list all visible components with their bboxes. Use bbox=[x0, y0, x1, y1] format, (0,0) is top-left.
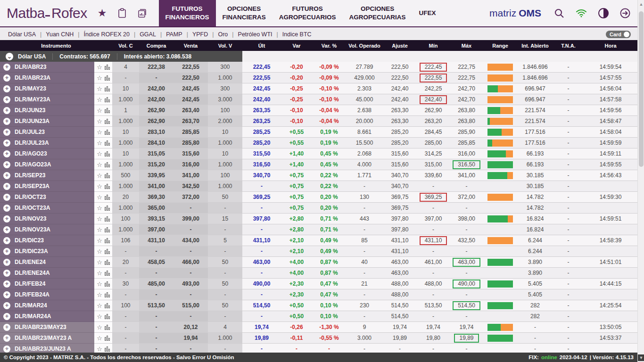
group-summary[interactable]: ⌄ Dólar USA Contratos: 565.697 Interés a… bbox=[0, 51, 242, 62]
favorite-star-icon[interactable]: ☆ bbox=[97, 259, 102, 265]
scroll-up-arrow[interactable]: ▲ bbox=[638, 1, 644, 8]
expand-row-icon[interactable]: + bbox=[3, 335, 10, 342]
favorites-icon[interactable]: ★ bbox=[98, 8, 107, 18]
col-header-m-x[interactable]: Máx bbox=[450, 43, 483, 49]
instrument-cell[interactable]: +DLR/ENE24A bbox=[0, 268, 94, 279]
favorite-star-icon[interactable]: ☆ bbox=[97, 335, 102, 341]
open-chart-icon[interactable] bbox=[105, 336, 110, 341]
expand-row-icon[interactable]: + bbox=[3, 226, 10, 233]
open-chart-icon[interactable] bbox=[105, 65, 110, 70]
col-header-hora[interactable]: Hora bbox=[584, 43, 637, 49]
expand-row-icon[interactable]: + bbox=[3, 118, 10, 125]
favorite-star-icon[interactable]: ☆ bbox=[97, 162, 102, 168]
open-chart-icon[interactable] bbox=[105, 314, 110, 319]
card-toggle-knob[interactable] bbox=[624, 32, 629, 37]
instrument-tab-ndice-rofex-20[interactable]: Índice ROFEX 20 bbox=[80, 31, 134, 38]
col-header-vol-operado[interactable]: Vol. Operado bbox=[346, 43, 383, 49]
instrument-cell[interactable]: +DLR/NOV23 bbox=[0, 214, 94, 224]
col-header-lt[interactable]: Últ bbox=[242, 43, 281, 49]
open-chart-icon[interactable] bbox=[105, 271, 110, 276]
open-chart-icon[interactable] bbox=[105, 206, 110, 211]
expand-row-icon[interactable]: + bbox=[3, 107, 10, 114]
favorite-star-icon[interactable]: ☆ bbox=[97, 281, 102, 287]
favorite-star-icon[interactable]: ☆ bbox=[97, 140, 102, 146]
favorite-star-icon[interactable]: ☆ bbox=[97, 173, 102, 179]
instrument-cell[interactable]: +DLR/JUN23 bbox=[0, 105, 94, 116]
instrument-tab-ggal[interactable]: GGAL bbox=[135, 31, 160, 38]
expand-row-icon[interactable]: + bbox=[3, 237, 10, 244]
open-chart-icon[interactable] bbox=[105, 292, 110, 297]
instrument-tab-petr-leo-wti[interactable]: Petróleo WTI bbox=[234, 31, 277, 38]
expand-row-icon[interactable]: + bbox=[3, 270, 10, 277]
instrument-cell[interactable]: +DLR/AGO23A bbox=[0, 159, 94, 170]
open-chart-icon[interactable] bbox=[105, 216, 110, 222]
instrument-cell[interactable]: +DLR/AGO23 bbox=[0, 148, 94, 159]
instrument-tab-ypfd[interactable]: YPFD bbox=[188, 31, 212, 38]
instrument-cell[interactable]: +DLR/JUN23A bbox=[0, 116, 94, 127]
favorite-star-icon[interactable]: ☆ bbox=[97, 270, 102, 276]
instrument-cell[interactable]: +DLR/NOV23A bbox=[0, 224, 94, 235]
expand-row-icon[interactable]: + bbox=[3, 172, 10, 179]
nav-tab-ufex[interactable]: UFEX bbox=[413, 0, 443, 26]
col-header-range[interactable]: Range bbox=[483, 43, 517, 49]
instrument-cell[interactable]: +DLR/OCT23A bbox=[0, 203, 94, 214]
col-header-vol-v[interactable]: Vol. V bbox=[208, 43, 242, 49]
expand-row-icon[interactable]: + bbox=[3, 129, 10, 136]
open-chart-icon[interactable] bbox=[105, 346, 110, 352]
instrument-tab-pamp[interactable]: PAMP bbox=[162, 31, 187, 38]
card-view-toggle[interactable]: Card bbox=[606, 31, 631, 38]
favorite-star-icon[interactable]: ☆ bbox=[97, 324, 102, 330]
instrument-tab-d-lar-usa[interactable]: Dólar USA bbox=[4, 31, 40, 38]
expand-row-icon[interactable]: + bbox=[3, 85, 10, 92]
open-chart-icon[interactable] bbox=[105, 97, 110, 102]
instrument-tab-oro[interactable]: Oro bbox=[214, 31, 232, 38]
col-header-int-abierto[interactable]: Int. Abierto bbox=[517, 43, 553, 49]
expand-row-icon[interactable]: + bbox=[3, 183, 10, 190]
col-header-t-n-a[interactable]: T.N.A. bbox=[553, 43, 584, 49]
open-chart-icon[interactable] bbox=[105, 227, 110, 232]
favorite-star-icon[interactable]: ☆ bbox=[97, 97, 102, 103]
instrument-tab-yuan-cnh[interactable]: Yuan CNH bbox=[41, 31, 78, 38]
instrument-cell[interactable]: +DLR/ABR23/MAY23 bbox=[0, 322, 94, 333]
favorite-star-icon[interactable]: ☆ bbox=[97, 248, 102, 255]
nav-tab-opciones-financieras[interactable]: OPCIONESFINANCIERAS bbox=[216, 0, 272, 26]
expand-row-icon[interactable]: + bbox=[3, 96, 10, 103]
favorite-star-icon[interactable]: ☆ bbox=[97, 107, 102, 114]
instrument-cell[interactable]: +DLR/JUL23A bbox=[0, 138, 94, 148]
nav-tab-futuros-agropecuarios[interactable]: FUTUROSAGROPECUARIOS bbox=[272, 0, 343, 26]
favorite-star-icon[interactable]: ☆ bbox=[97, 194, 102, 200]
open-chart-icon[interactable] bbox=[105, 249, 110, 254]
connection-wifi-icon[interactable] bbox=[575, 8, 587, 18]
instrument-cell[interactable]: +DLR/MAR24 bbox=[0, 300, 94, 311]
expand-row-icon[interactable]: + bbox=[3, 259, 10, 266]
instrument-tab-indice-btc[interactable]: Indice BTC bbox=[278, 31, 316, 38]
scroll-down-arrow[interactable]: ▼ bbox=[638, 354, 644, 361]
instrument-cell[interactable]: +DLR/DIC23 bbox=[0, 235, 94, 246]
col-header-venta[interactable]: Venta bbox=[173, 43, 208, 49]
favorite-star-icon[interactable]: ☆ bbox=[97, 64, 102, 70]
open-chart-icon[interactable] bbox=[105, 75, 110, 81]
vertical-scrollbar[interactable]: ▲ ▼ bbox=[637, 0, 644, 362]
open-chart-icon[interactable] bbox=[105, 325, 110, 330]
clipboard-icon[interactable] bbox=[117, 8, 127, 18]
expand-row-icon[interactable]: + bbox=[3, 205, 10, 212]
expand-row-icon[interactable]: + bbox=[3, 248, 10, 255]
expand-row-icon[interactable]: + bbox=[3, 74, 10, 82]
favorite-star-icon[interactable]: ☆ bbox=[97, 227, 102, 233]
favorite-star-icon[interactable]: ☆ bbox=[97, 292, 102, 298]
open-chart-icon[interactable] bbox=[105, 238, 110, 243]
instrument-cell[interactable]: +DLR/DIC23A bbox=[0, 246, 94, 257]
open-chart-icon[interactable] bbox=[105, 151, 110, 156]
instrument-cell[interactable]: +DLR/SEP23A bbox=[0, 181, 94, 192]
instrument-cell[interactable]: +DLR/ABR23A bbox=[0, 73, 94, 83]
col-header-instrumento[interactable]: Instrumento bbox=[0, 43, 112, 49]
favorite-star-icon[interactable]: ☆ bbox=[97, 346, 102, 352]
expand-row-icon[interactable]: + bbox=[3, 324, 10, 331]
logout-icon[interactable] bbox=[619, 8, 631, 19]
open-chart-icon[interactable] bbox=[105, 140, 110, 146]
open-chart-icon[interactable] bbox=[105, 86, 110, 91]
open-chart-icon[interactable] bbox=[105, 119, 110, 124]
favorite-star-icon[interactable]: ☆ bbox=[97, 151, 102, 157]
open-chart-icon[interactable] bbox=[105, 303, 110, 308]
matba-rofex-logo[interactable]: Matba Rofex bbox=[7, 5, 87, 21]
